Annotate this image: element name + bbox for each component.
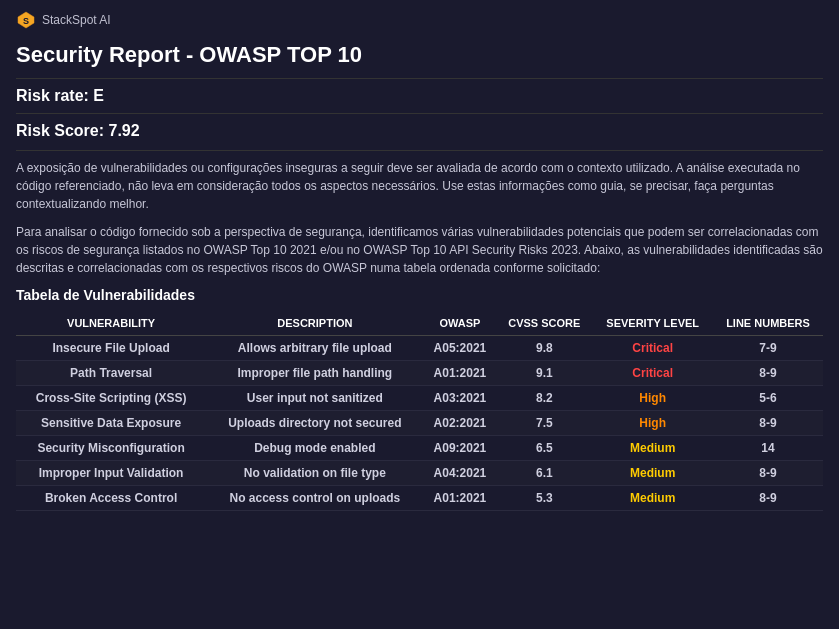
cell-owasp: A03:2021 [424,386,497,411]
cell-cvss: 9.8 [496,336,592,361]
cell-cvss: 5.3 [496,486,592,511]
cell-description: Uploads directory not secured [206,411,423,436]
cell-lines: 8-9 [713,411,823,436]
cell-severity: Medium [592,461,713,486]
cell-vulnerability: Path Traversal [16,361,206,386]
col-header-lines: LINE NUMBERS [713,311,823,336]
cell-description: User input not sanitized [206,386,423,411]
col-header-vulnerability: VULNERABILITY [16,311,206,336]
cell-owasp: A09:2021 [424,436,497,461]
cell-description: Allows arbitrary file upload [206,336,423,361]
risk-score-label: Risk Score: 7.92 [16,122,823,140]
cell-lines: 14 [713,436,823,461]
brand-label: StackSpot AI [42,13,111,27]
cell-description: Debug mode enabled [206,436,423,461]
cell-vulnerability: Improper Input Validation [16,461,206,486]
cell-lines: 8-9 [713,486,823,511]
cell-lines: 7-9 [713,336,823,361]
stackspot-logo-icon: S [16,10,36,30]
table-row: Insecure File UploadAllows arbitrary fil… [16,336,823,361]
description-para2: Para analisar o código fornecido sob a p… [16,223,823,277]
cell-severity: Critical [592,336,713,361]
header-bar: S StackSpot AI [16,10,823,30]
col-header-severity: SEVERITY LEVEL [592,311,713,336]
cell-owasp: A02:2021 [424,411,497,436]
cell-owasp: A01:2021 [424,486,497,511]
cell-vulnerability: Broken Access Control [16,486,206,511]
table-row: Sensitive Data ExposureUploads directory… [16,411,823,436]
cell-lines: 8-9 [713,361,823,386]
cell-vulnerability: Security Misconfiguration [16,436,206,461]
cell-cvss: 6.1 [496,461,592,486]
table-row: Path TraversalImproper file path handlin… [16,361,823,386]
cell-vulnerability: Sensitive Data Exposure [16,411,206,436]
cell-severity: Medium [592,436,713,461]
table-header-row: VULNERABILITY DESCRIPTION OWASP CVSS SCO… [16,311,823,336]
table-row: Improper Input ValidationNo validation o… [16,461,823,486]
cell-severity: High [592,386,713,411]
divider-2 [16,113,823,114]
divider-1 [16,78,823,79]
table-row: Cross-Site Scripting (XSS)User input not… [16,386,823,411]
col-header-cvss: CVSS SCORE [496,311,592,336]
cell-vulnerability: Insecure File Upload [16,336,206,361]
cell-severity: Critical [592,361,713,386]
cell-owasp: A05:2021 [424,336,497,361]
cell-description: No access control on uploads [206,486,423,511]
cell-cvss: 7.5 [496,411,592,436]
cell-cvss: 6.5 [496,436,592,461]
vulnerability-table: VULNERABILITY DESCRIPTION OWASP CVSS SCO… [16,311,823,511]
cell-cvss: 9.1 [496,361,592,386]
cell-owasp: A01:2021 [424,361,497,386]
cell-severity: High [592,411,713,436]
cell-description: Improper file path handling [206,361,423,386]
divider-3 [16,150,823,151]
col-header-owasp: OWASP [424,311,497,336]
cell-description: No validation on file type [206,461,423,486]
cell-severity: Medium [592,486,713,511]
risk-rate-label: Risk rate: E [16,87,823,105]
cell-lines: 8-9 [713,461,823,486]
cell-cvss: 8.2 [496,386,592,411]
description-para1: A exposição de vulnerabilidades ou confi… [16,159,823,213]
cell-lines: 5-6 [713,386,823,411]
cell-owasp: A04:2021 [424,461,497,486]
page-title: Security Report - OWASP TOP 10 [16,42,823,68]
cell-vulnerability: Cross-Site Scripting (XSS) [16,386,206,411]
table-row: Security MisconfigurationDebug mode enab… [16,436,823,461]
col-header-description: DESCRIPTION [206,311,423,336]
svg-text:S: S [23,16,29,26]
table-row: Broken Access ControlNo access control o… [16,486,823,511]
table-section-title: Tabela de Vulnerabilidades [16,287,823,303]
